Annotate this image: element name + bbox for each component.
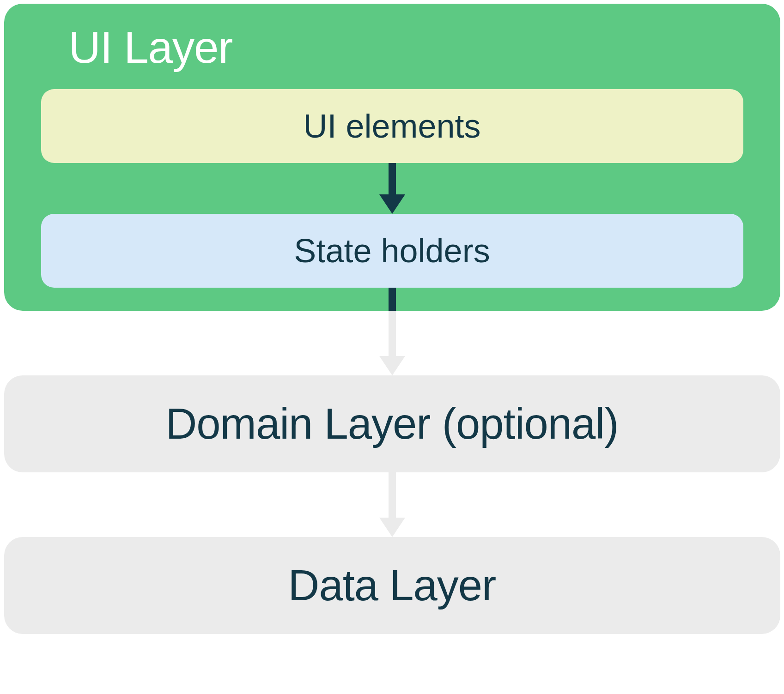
data-layer-box: Data Layer <box>4 537 780 634</box>
arrow-down-icon <box>369 163 415 214</box>
arrow-ui-to-state <box>41 163 743 214</box>
arrow-domain-to-data <box>0 472 784 537</box>
arrow-down-icon <box>369 472 415 537</box>
ui-layer-title: UI Layer <box>69 22 743 73</box>
ui-elements-box: UI elements <box>41 89 743 163</box>
ui-layer-container: UI Layer UI elements State holders <box>4 4 780 311</box>
ui-elements-label: UI elements <box>303 107 480 145</box>
state-holders-box: State holders <box>41 214 743 288</box>
data-layer-label: Data Layer <box>288 561 496 610</box>
arrow-down-icon <box>369 311 415 375</box>
svg-marker-3 <box>379 356 405 375</box>
connector-line <box>389 288 396 311</box>
svg-marker-1 <box>379 194 405 214</box>
arrow-ui-to-domain <box>0 311 784 375</box>
svg-marker-5 <box>379 518 405 537</box>
domain-layer-label: Domain Layer (optional) <box>165 399 618 449</box>
state-holders-label: State holders <box>294 232 490 270</box>
domain-layer-box: Domain Layer (optional) <box>4 375 780 472</box>
